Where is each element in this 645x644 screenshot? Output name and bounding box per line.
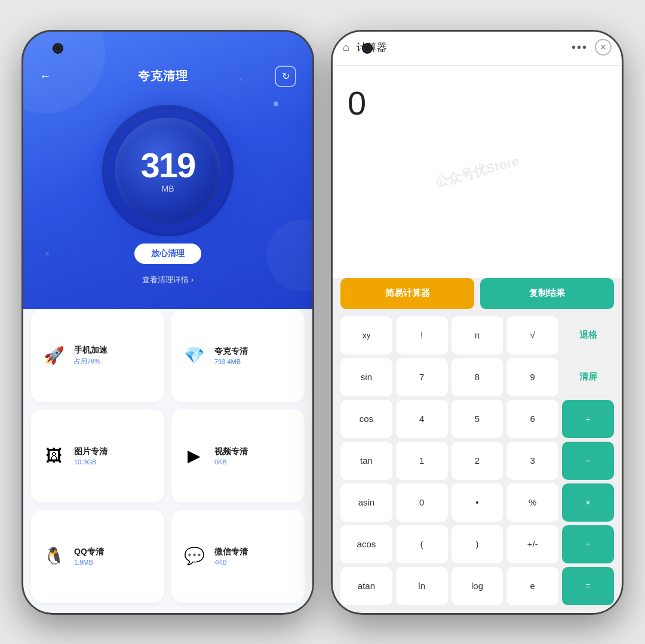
phone-speed-text: 手机加速 占用78% xyxy=(74,345,108,366)
btn-ln[interactable]: ln xyxy=(396,567,448,605)
btn-percent[interactable]: % xyxy=(506,483,558,522)
phones-container: ← 夸克清理 ↻ 319 MB 放心清理 xyxy=(10,18,635,627)
btn-backspace[interactable]: 退格 xyxy=(562,316,614,355)
home-icon[interactable]: ⌂ xyxy=(343,41,349,54)
wechat-clean-text: 微信专清 4KB xyxy=(214,547,248,566)
phone-2: ⌂ 计算器 ••• ✕ 0 公众号优Store 简易计算器 复制结果 xyxy=(331,30,624,615)
btn-plusminus[interactable]: +/- xyxy=(506,525,558,563)
clean-button[interactable]: 放心清理 xyxy=(134,244,201,264)
calc-row-1: xy ! π √ 退格 xyxy=(340,316,614,355)
btn-clear[interactable]: 清屏 xyxy=(562,358,614,396)
card-subtitle: 0KB xyxy=(214,458,248,466)
calc-row-2: sin 7 8 9 清屏 xyxy=(340,358,614,396)
card-subtitle: 占用78% xyxy=(74,357,108,366)
btn-log[interactable]: log xyxy=(452,567,503,605)
calc-display: 0 公众号优Store xyxy=(331,66,624,278)
btn-cos[interactable]: cos xyxy=(340,400,392,438)
card-title: 图片专清 xyxy=(74,446,108,457)
btn-sqrt[interactable]: √ xyxy=(506,316,558,355)
refresh-button[interactable]: ↻ xyxy=(275,66,296,87)
wechat-clean-icon: 💬 xyxy=(181,543,207,569)
cleaner-nav: ← 夸克清理 ↻ xyxy=(39,66,296,87)
phone-1-screen: ← 夸克清理 ↻ 319 MB 放心清理 xyxy=(22,30,314,615)
btn-sin[interactable]: sin xyxy=(340,358,392,396)
photo-clean-text: 图片专清 10.3GB xyxy=(74,446,108,466)
card-wechat-clean[interactable]: 💬 微信专清 4KB xyxy=(171,510,305,603)
more-options-icon[interactable]: ••• xyxy=(572,41,588,54)
btn-tan[interactable]: tan xyxy=(340,442,392,480)
btn-equals[interactable]: = xyxy=(562,567,614,605)
btn-multiply[interactable]: × xyxy=(562,483,614,522)
refresh-icon: ↻ xyxy=(282,70,290,82)
btn-dot[interactable]: • xyxy=(452,483,503,522)
calc-title: 计算器 xyxy=(357,41,564,54)
btn-xy[interactable]: xy xyxy=(340,316,392,355)
calc-value: 0 xyxy=(348,84,366,122)
btn-atan[interactable]: atan xyxy=(340,567,392,605)
calc-row-7: atan ln log e = xyxy=(340,567,614,605)
btn-4[interactable]: 4 xyxy=(396,400,448,438)
back-button[interactable]: ← xyxy=(39,69,51,83)
btn-asin[interactable]: asin xyxy=(340,483,392,522)
btn-exclaim[interactable]: ! xyxy=(396,316,448,355)
card-subtitle: 1.9MB xyxy=(74,559,104,566)
calc-buttons: xy ! π √ 退格 sin 7 8 9 清屏 xyxy=(331,316,624,615)
storage-number: 319 xyxy=(141,148,195,183)
cleaner-circle-inner: 319 MB xyxy=(115,118,221,224)
card-quark-clean[interactable]: 💎 夸克专清 793.4MB xyxy=(171,309,305,402)
card-title: 视频专清 xyxy=(214,446,248,457)
cleaner-circle-container: 319 MB 放心清理 查看清理详情 xyxy=(39,105,296,285)
card-title: 夸克专清 xyxy=(214,346,248,357)
card-qq-clean[interactable]: 🐧 QQ专清 1.9MB xyxy=(31,510,164,603)
cleaner-circle-outer: 319 MB xyxy=(102,105,234,236)
btn-minus[interactable]: − xyxy=(562,442,614,480)
card-title: 手机加速 xyxy=(74,345,108,356)
close-icon: ✕ xyxy=(600,42,607,52)
btn-1[interactable]: 1 xyxy=(396,442,448,480)
calc-row-6: acos ( ) +/- ÷ xyxy=(340,525,614,563)
btn-rparen[interactable]: ) xyxy=(452,525,503,563)
cleaner-app: ← 夸克清理 ↻ 319 MB 放心清理 xyxy=(22,30,314,615)
video-clean-text: 视频专清 0KB xyxy=(214,446,248,466)
calc-row-5: asin 0 • % × xyxy=(340,483,614,522)
quark-clean-icon: 💎 xyxy=(181,343,207,369)
card-subtitle: 4KB xyxy=(214,559,248,566)
calc-status-bar: ⌂ 计算器 ••• ✕ xyxy=(331,30,624,66)
btn-0[interactable]: 0 xyxy=(396,483,448,522)
quark-clean-text: 夸克专清 793.4MB xyxy=(214,346,248,365)
btn-2[interactable]: 2 xyxy=(452,442,503,480)
phone-2-camera xyxy=(362,43,373,54)
card-video-clean[interactable]: ▶ 视频专清 0KB xyxy=(171,409,305,503)
qq-clean-text: QQ专清 1.9MB xyxy=(74,547,104,566)
close-button[interactable]: ✕ xyxy=(595,39,612,56)
card-phone-speed[interactable]: 🚀 手机加速 占用78% xyxy=(31,309,164,402)
cleaner-grid: 🚀 手机加速 占用78% 💎 夸克专清 793.4MB xyxy=(22,297,314,615)
btn-3[interactable]: 3 xyxy=(506,442,558,480)
card-subtitle: 10.3GB xyxy=(74,458,108,466)
btn-divide[interactable]: ÷ xyxy=(562,525,614,563)
btn-e[interactable]: e xyxy=(506,567,558,605)
calc-row-4: tan 1 2 3 − xyxy=(340,442,614,480)
btn-plus[interactable]: + xyxy=(562,400,614,438)
btn-pi[interactable]: π xyxy=(452,316,503,355)
btn-5[interactable]: 5 xyxy=(452,400,503,438)
card-subtitle: 793.4MB xyxy=(214,358,248,365)
tab-simple-calculator[interactable]: 简易计算器 xyxy=(340,278,474,309)
btn-9[interactable]: 9 xyxy=(506,358,558,396)
photo-clean-icon: 🖼 xyxy=(41,443,67,469)
btn-8[interactable]: 8 xyxy=(452,358,503,396)
deco-dot-2 xyxy=(239,78,242,81)
card-title: 微信专清 xyxy=(214,547,248,557)
card-photo-clean[interactable]: 🖼 图片专清 10.3GB xyxy=(31,409,164,503)
tab-copy-result[interactable]: 复制结果 xyxy=(480,278,614,309)
phone-speed-icon: 🚀 xyxy=(41,343,67,369)
phone-1: ← 夸克清理 ↻ 319 MB 放心清理 xyxy=(22,30,314,615)
btn-6[interactable]: 6 xyxy=(506,400,558,438)
watermark: 公众号优Store xyxy=(433,152,521,191)
btn-7[interactable]: 7 xyxy=(396,358,448,396)
btn-acos[interactable]: acos xyxy=(340,525,392,563)
btn-lparen[interactable]: ( xyxy=(396,525,448,563)
detail-link[interactable]: 查看清理详情 xyxy=(142,275,194,285)
calc-tabs: 简易计算器 复制结果 xyxy=(331,278,624,316)
calc-app: ⌂ 计算器 ••• ✕ 0 公众号优Store 简易计算器 复制结果 xyxy=(331,30,624,615)
